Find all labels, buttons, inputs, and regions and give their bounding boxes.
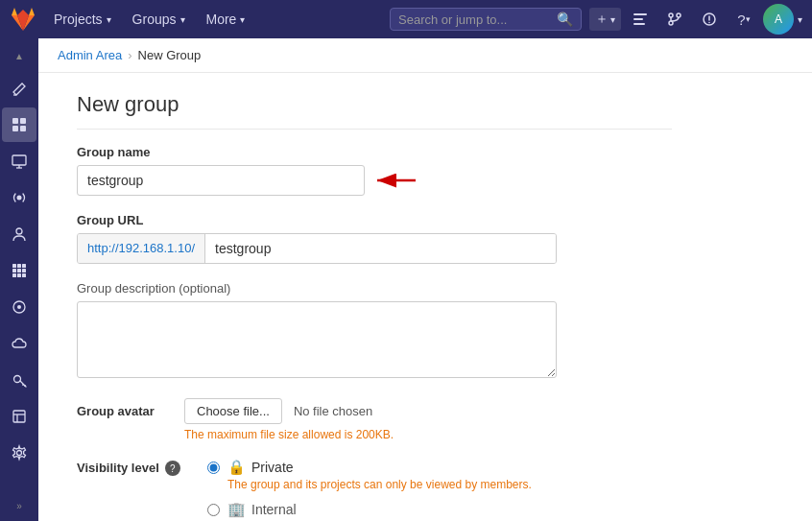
page-content: New group Group name <box>38 73 710 521</box>
svg-point-18 <box>16 228 22 234</box>
breadcrumb-separator: › <box>128 48 131 62</box>
groups-chevron-icon: ▾ <box>180 14 185 25</box>
group-url-field: Group URL http://192.168.1.10/ <box>77 213 672 264</box>
sidebar-item-apps[interactable] <box>2 253 36 288</box>
file-size-hint: The maximum file size allowed is 200KB. <box>184 428 672 441</box>
create-new-button[interactable]: ＋ ▾ <box>589 8 621 31</box>
lock-icon: 🔒 <box>227 459 246 476</box>
svg-rect-20 <box>17 264 21 268</box>
help-chevron-icon: ▾ <box>746 14 751 24</box>
svg-rect-2 <box>633 23 645 25</box>
group-url-row: http://192.168.1.10/ <box>77 233 557 264</box>
main-content-area: Admin Area › New Group New group Group n… <box>38 38 812 521</box>
visibility-internal-option: 🏢 Internal <box>207 501 532 518</box>
todo-icon[interactable] <box>625 4 656 35</box>
nav-projects[interactable]: Projects ▾ <box>44 8 121 31</box>
nav-groups[interactable]: Groups ▾ <box>123 8 195 31</box>
sidebar-item-users[interactable] <box>2 217 36 251</box>
svg-rect-23 <box>17 269 21 272</box>
group-avatar-label: Group avatar <box>77 404 173 418</box>
visibility-section: Visibility level ? 🔒 Private <box>77 459 672 518</box>
gitlab-logo[interactable] <box>10 6 36 33</box>
visibility-private-desc: The group and its projects can only be v… <box>227 478 532 491</box>
svg-rect-26 <box>17 273 21 277</box>
svg-rect-24 <box>22 269 26 272</box>
group-name-input-container <box>77 165 365 196</box>
svg-rect-11 <box>20 118 26 124</box>
group-description-input[interactable] <box>77 301 557 378</box>
visibility-private-option: 🔒 Private The group and its projects can… <box>207 459 532 491</box>
svg-point-3 <box>669 13 673 17</box>
search-box[interactable]: 🔍 <box>390 8 582 31</box>
building-icon: 🏢 <box>227 501 246 518</box>
merge-requests-icon[interactable] <box>659 4 690 35</box>
svg-point-29 <box>17 305 21 309</box>
create-chevron-icon: ▾ <box>610 14 615 25</box>
search-icon: 🔍 <box>557 12 573 27</box>
visibility-private-radio[interactable] <box>207 462 220 474</box>
group-url-input[interactable] <box>205 234 556 263</box>
issues-icon[interactable] <box>694 4 725 35</box>
url-prefix: http://192.168.1.10/ <box>78 234 205 263</box>
svg-point-30 <box>14 376 21 383</box>
svg-rect-12 <box>12 126 18 131</box>
choose-file-button[interactable]: Choose file... <box>184 398 282 424</box>
arrow-annotation <box>370 166 418 195</box>
svg-point-8 <box>708 22 710 24</box>
svg-rect-0 <box>633 13 647 15</box>
breadcrumb: Admin Area › New Group <box>38 38 812 73</box>
navbar: Projects ▾ Groups ▾ More ▾ 🔍 ＋ ▾ <box>0 0 812 38</box>
search-input[interactable] <box>398 12 551 27</box>
svg-point-17 <box>17 196 22 201</box>
group-name-field: Group name <box>77 145 672 196</box>
svg-rect-22 <box>12 269 16 272</box>
help-icon[interactable]: ? ▾ <box>728 4 759 35</box>
visibility-options: 🔒 Private The group and its projects can… <box>207 459 532 518</box>
svg-rect-13 <box>20 126 26 131</box>
visibility-field: Visibility level ? 🔒 Private <box>77 459 672 518</box>
main-layout: ▲ <box>0 38 812 521</box>
svg-rect-1 <box>633 18 643 20</box>
group-name-input[interactable] <box>77 165 365 196</box>
sidebar: ▲ <box>0 38 38 521</box>
svg-rect-19 <box>12 264 16 268</box>
page-title: New group <box>77 92 672 130</box>
sidebar-item-settings[interactable] <box>2 436 36 470</box>
visibility-private-name: Private <box>251 460 294 475</box>
svg-rect-27 <box>22 273 26 277</box>
sidebar-expand-button[interactable]: » <box>4 494 35 517</box>
avatar-row: Group avatar Choose file... No file chos… <box>77 398 672 424</box>
sidebar-item-edit[interactable] <box>2 71 36 106</box>
user-avatar[interactable]: A <box>763 4 794 35</box>
svg-point-37 <box>17 451 22 456</box>
sidebar-item-broadcast[interactable] <box>2 180 36 215</box>
svg-rect-25 <box>12 273 16 277</box>
group-description-field: Group description (optional) <box>77 281 672 381</box>
svg-rect-34 <box>13 411 25 422</box>
sidebar-item-admin[interactable] <box>2 107 36 142</box>
svg-rect-10 <box>12 118 18 124</box>
navbar-action-icons: ＋ ▾ ? <box>589 4 802 35</box>
group-avatar-field: Group avatar Choose file... No file chos… <box>77 398 672 441</box>
breadcrumb-admin-link[interactable]: Admin Area <box>58 48 122 62</box>
group-description-label: Group description (optional) <box>77 281 672 296</box>
avatar-chevron-icon: ▾ <box>798 14 802 25</box>
svg-rect-14 <box>12 155 26 165</box>
more-chevron-icon: ▾ <box>240 14 245 25</box>
svg-rect-21 <box>22 264 26 268</box>
sidebar-item-box[interactable] <box>2 399 36 434</box>
sidebar-scroll-top[interactable]: ▲ <box>4 46 35 65</box>
visibility-help-icon[interactable]: ? <box>165 461 180 476</box>
visibility-internal-name: Internal <box>251 502 297 517</box>
group-url-label: Group URL <box>77 213 672 227</box>
group-name-label: Group name <box>77 145 672 159</box>
no-file-chosen-text: No file chosen <box>294 404 372 418</box>
sidebar-item-circle[interactable] <box>2 290 36 324</box>
sidebar-item-monitor[interactable] <box>2 144 36 178</box>
sidebar-item-key[interactable] <box>2 363 36 397</box>
sidebar-item-cloud[interactable] <box>2 326 36 361</box>
visibility-internal-radio[interactable] <box>207 504 220 516</box>
nav-more[interactable]: More ▾ <box>197 8 255 31</box>
navbar-nav: Projects ▾ Groups ▾ More ▾ <box>44 8 254 31</box>
projects-chevron-icon: ▾ <box>107 14 111 25</box>
